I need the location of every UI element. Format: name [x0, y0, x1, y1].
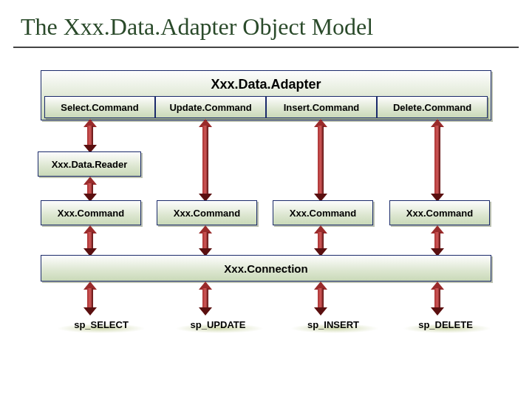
- arrow-cmd2-to-conn: [199, 225, 212, 256]
- page-title: The Xxx.Data.Adapter Object Model: [0, 0, 532, 47]
- sp-delete-label: sp_DELETE: [395, 314, 496, 335]
- adapter-command-row: Select.Command Update.Command Insert.Com…: [44, 96, 488, 118]
- arrow-conn-to-sp1: [83, 282, 97, 316]
- arrow-delete-to-cmd: [431, 119, 444, 202]
- xxx-command-3: Xxx.Command: [273, 200, 373, 225]
- arrow-cmd4-to-conn: [431, 225, 444, 256]
- sp-select-label: sp_SELECT: [51, 314, 151, 335]
- arrow-insert-to-cmd: [314, 119, 327, 202]
- arrow-conn-to-sp4: [431, 282, 444, 316]
- select-command-cell: Select.Command: [44, 96, 155, 118]
- arrow-select-to-reader: [83, 119, 97, 153]
- insert-command-cell: Insert.Command: [266, 96, 377, 118]
- arrow-update-to-cmd: [199, 119, 212, 202]
- xxx-command-4: Xxx.Command: [389, 200, 490, 225]
- delete-command-cell: Delete.Command: [377, 96, 488, 118]
- xxx-command-1: Xxx.Command: [41, 200, 141, 225]
- sp-update-label: sp_UPDATE: [168, 314, 268, 335]
- title-divider: [13, 47, 519, 48]
- data-reader-box: Xxx.Data.Reader: [38, 151, 141, 177]
- diagram-area: Xxx.Data.Adapter Select.Command Update.C…: [41, 70, 491, 381]
- update-command-cell: Update.Command: [155, 96, 266, 118]
- connection-box: Xxx.Connection: [41, 255, 491, 282]
- data-adapter-box: Xxx.Data.Adapter Select.Command Update.C…: [41, 70, 491, 120]
- data-adapter-label: Xxx.Data.Adapter: [41, 74, 491, 97]
- arrow-cmd1-to-conn: [83, 225, 97, 256]
- arrow-cmd3-to-conn: [314, 225, 327, 256]
- arrow-reader-to-cmd: [83, 177, 97, 202]
- arrow-conn-to-sp2: [199, 282, 212, 316]
- arrow-conn-to-sp3: [314, 282, 327, 316]
- xxx-command-2: Xxx.Command: [157, 200, 257, 225]
- sp-insert-label: sp_INSERT: [283, 314, 383, 335]
